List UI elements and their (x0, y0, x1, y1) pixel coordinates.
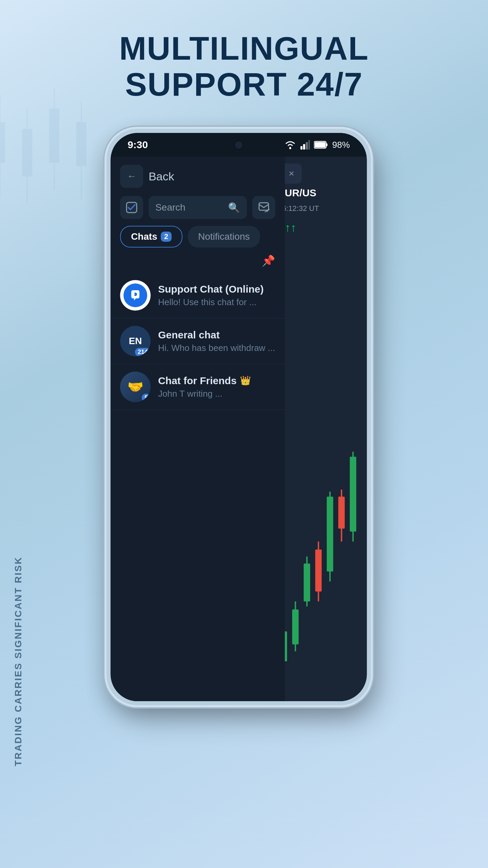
status-time: 9:30 (127, 139, 148, 151)
chats-badge: 2 (161, 232, 171, 242)
battery-percentage: 98% (332, 140, 350, 150)
checkbox-icon (126, 202, 137, 213)
tab-chats[interactable]: Chats 2 (120, 226, 182, 248)
friends-avatar: 🤝 5 (120, 372, 150, 402)
svg-rect-19 (292, 609, 299, 644)
phone-screen: 9:30 (110, 133, 367, 701)
chat-item-friends[interactable]: 🤝 5 Chat for Friends 👑 John T writing ..… (110, 364, 285, 410)
svg-rect-12 (308, 140, 310, 150)
battery-icon (314, 141, 328, 149)
support-avatar (120, 280, 150, 311)
status-bar: 9:30 (110, 133, 367, 157)
checkbox-button[interactable] (120, 196, 143, 219)
search-icon: 🔍 (228, 202, 240, 213)
support-logo-icon (128, 289, 142, 302)
svg-rect-3 (22, 129, 32, 176)
back-label: Back (148, 170, 174, 183)
tabs-row: Chats 2 Notifications (110, 226, 285, 254)
general-chat-preview: Hi. Who has been withdraw ... (158, 343, 275, 353)
svg-rect-27 (338, 496, 345, 528)
support-chat-preview: Hello! Use this chat for ... (158, 297, 275, 308)
friends-chat-info: Chat for Friends 👑 John T writing ... (158, 375, 275, 399)
chat-list: Support Chat (Online) Hello! Use this ch… (110, 273, 285, 410)
support-chat-name: Support Chat (Online) (158, 283, 275, 295)
support-chat-info: Support Chat (Online) Hello! Use this ch… (158, 283, 275, 308)
svg-rect-10 (303, 144, 305, 150)
friends-avatar-emoji: 🤝 (127, 379, 143, 394)
friends-chat-name: Chat for Friends 👑 (158, 375, 275, 387)
compose-button[interactable] (252, 196, 275, 219)
status-icons: 98% (284, 140, 350, 150)
trading-pair: EUR/US (278, 187, 367, 199)
svg-rect-21 (304, 564, 310, 601)
search-box[interactable]: Search 🔍 (148, 196, 247, 219)
camera-notch (205, 139, 272, 151)
trading-panel: × EUR/US 16:12:32 UT ↑↑ (274, 157, 367, 701)
crown-icon: 👑 (240, 375, 251, 386)
svg-rect-25 (327, 496, 333, 571)
chat-item-support[interactable]: Support Chat (Online) Hello! Use this ch… (110, 273, 285, 318)
headline: MULTILINGUAL SUPPORT 24/7 (0, 31, 488, 102)
svg-rect-33 (133, 293, 135, 295)
back-row: ← Back (110, 157, 285, 196)
side-text: TRADING CARRIES SIGNIFICANT RISK (13, 556, 24, 766)
general-chat-info: General chat Hi. Who has been withdraw .… (158, 329, 275, 353)
chat-item-general[interactable]: EN 214 General chat Hi. Who has been wit… (110, 318, 285, 364)
svg-rect-11 (306, 142, 308, 150)
svg-rect-14 (326, 143, 327, 146)
friends-badge: 5 (142, 394, 150, 402)
search-placeholder: Search (155, 202, 224, 213)
svg-rect-5 (49, 108, 59, 163)
svg-rect-15 (314, 142, 325, 147)
compose-icon (258, 202, 269, 213)
general-avatar: EN 214 (120, 326, 150, 356)
search-row: Search 🔍 (110, 196, 285, 226)
tab-notifications[interactable]: Notifications (188, 226, 260, 248)
signal-icon (300, 140, 310, 150)
svg-point-8 (289, 147, 291, 149)
back-button[interactable]: ← (120, 165, 143, 188)
phone-frame: 9:30 (106, 129, 371, 705)
wifi-icon (284, 140, 296, 150)
svg-rect-9 (300, 146, 302, 150)
general-chat-name: General chat (158, 329, 275, 341)
friends-chat-preview: John T writing ... (158, 389, 275, 399)
camera-dot (234, 140, 243, 150)
trading-arrows: ↑↑ (285, 221, 296, 234)
general-badge: 214 (135, 348, 150, 356)
svg-rect-1 (0, 122, 5, 163)
svg-rect-31 (259, 203, 268, 210)
phone-mockup: 9:30 (106, 129, 371, 773)
pin-icon: 📌 (262, 254, 275, 267)
chat-panel: ← Back Search (110, 157, 285, 701)
svg-rect-29 (350, 457, 356, 532)
svg-rect-7 (76, 122, 86, 166)
pin-row: 📌 (110, 254, 285, 273)
screen-content: × EUR/US 16:12:32 UT ↑↑ (110, 157, 367, 701)
back-arrow-icon: ← (127, 171, 136, 182)
svg-rect-23 (315, 549, 322, 591)
chart-area (274, 402, 367, 701)
